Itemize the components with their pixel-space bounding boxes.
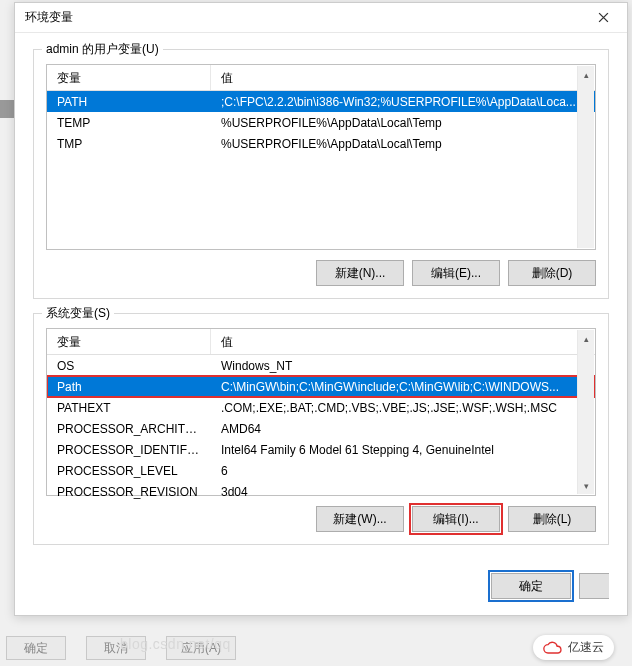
ok-button[interactable]: 确定 (491, 573, 571, 599)
table-row[interactable]: PROCESSOR_IDENTIFIER Intel64 Family 6 Mo… (47, 439, 595, 460)
scroll-down-icon[interactable]: ▾ (578, 477, 594, 494)
table-row[interactable]: PATHEXT .COM;.EXE;.BAT;.CMD;.VBS;.VBE;.J… (47, 397, 595, 418)
cloud-icon (543, 641, 563, 655)
table-row[interactable]: TEMP %USERPROFILE%\AppData\Local\Temp (47, 112, 595, 133)
url-watermark: blog.csdn.net/qq (120, 636, 231, 652)
cancel-button-partial[interactable] (579, 573, 609, 599)
table-row[interactable]: TMP %USERPROFILE%\AppData\Local\Temp (47, 133, 595, 154)
scrollbar[interactable]: ▴ ▾ (577, 330, 594, 494)
table-row[interactable]: PROCESSOR_REVISION 3d04 (47, 481, 595, 502)
table-row[interactable]: PROCESSOR_LEVEL 6 (47, 460, 595, 481)
user-delete-button[interactable]: 删除(D) (508, 260, 596, 286)
window-title: 环境变量 (25, 9, 73, 26)
sys-col-value[interactable]: 值 (211, 329, 595, 354)
sys-new-button[interactable]: 新建(W)... (316, 506, 404, 532)
user-vars-table[interactable]: 变量 值 PATH ;C:\FPC\2.2.2\bin\i386-Win32;%… (46, 64, 596, 250)
sys-edit-button[interactable]: 编辑(I)... (412, 506, 500, 532)
scroll-up-icon[interactable]: ▴ (578, 66, 594, 83)
scrollbar[interactable]: ▴ (577, 66, 594, 248)
user-col-value[interactable]: 值 (211, 65, 595, 90)
table-row[interactable]: OS Windows_NT (47, 355, 595, 376)
user-col-variable[interactable]: 变量 (47, 65, 211, 90)
table-row[interactable]: PROCESSOR_ARCHITECT... AMD64 (47, 418, 595, 439)
table-row[interactable]: PATH ;C:\FPC\2.2.2\bin\i386-Win32;%USERP… (47, 91, 595, 112)
bg-ok-button: 确定 (6, 636, 66, 660)
close-button[interactable] (583, 4, 623, 32)
titlebar: 环境变量 (15, 3, 627, 33)
user-new-button[interactable]: 新建(N)... (316, 260, 404, 286)
watermark-text: 亿速云 (568, 639, 604, 656)
system-vars-table[interactable]: 变量 值 OS Windows_NT Path C:\MinGW\bin;C:\… (46, 328, 596, 496)
system-vars-group: 系统变量(S) 变量 值 OS Windows_NT Path C:\MinGW… (33, 313, 609, 545)
env-vars-dialog: 环境变量 admin 的用户变量(U) 变量 值 PATH ;C:\FPC\2.… (14, 2, 628, 616)
watermark-badge: 亿速云 (533, 635, 614, 660)
user-edit-button[interactable]: 编辑(E)... (412, 260, 500, 286)
sys-delete-button[interactable]: 删除(L) (508, 506, 596, 532)
close-icon (598, 12, 609, 23)
user-vars-group: admin 的用户变量(U) 变量 值 PATH ;C:\FPC\2.2.2\b… (33, 49, 609, 299)
sys-col-variable[interactable]: 变量 (47, 329, 211, 354)
user-vars-label: admin 的用户变量(U) (42, 41, 163, 58)
system-vars-label: 系统变量(S) (42, 305, 114, 322)
scroll-up-icon[interactable]: ▴ (578, 330, 594, 347)
table-row-selected[interactable]: Path C:\MinGW\bin;C:\MinGW\include;C:\Mi… (47, 376, 595, 397)
